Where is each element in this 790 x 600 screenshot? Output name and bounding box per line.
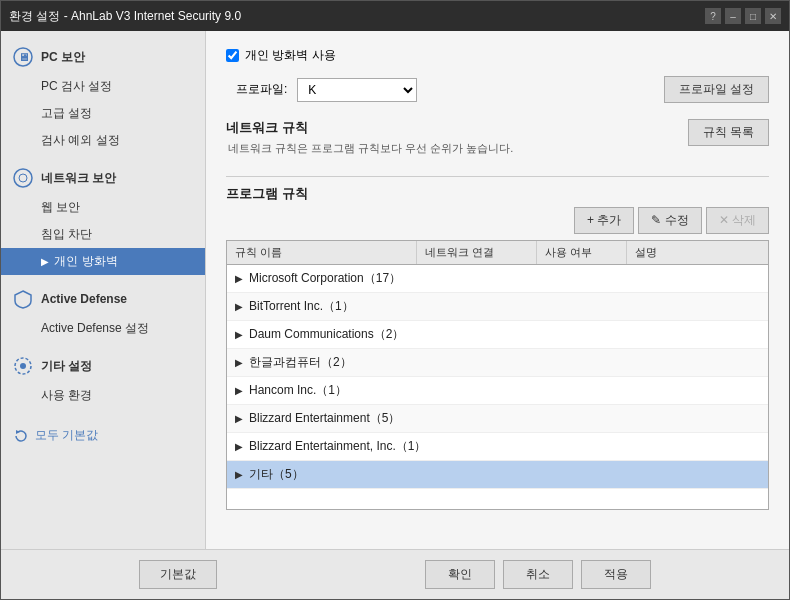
window-title: 환경 설정 - AhnLab V3 Internet Security 9.0 bbox=[9, 8, 705, 25]
sidebar-section-active-defense: Active Defense Active Defense 설정 bbox=[1, 283, 205, 342]
titlebar: 환경 설정 - AhnLab V3 Internet Security 9.0 … bbox=[1, 1, 789, 31]
sidebar-item-label: Active Defense 설정 bbox=[41, 321, 149, 335]
svg-point-3 bbox=[19, 174, 27, 182]
cell-network bbox=[597, 274, 685, 284]
program-rules-title: 프로그램 규칙 bbox=[226, 185, 769, 203]
table-row[interactable]: ▶ Blizzard Entertainment（5） bbox=[227, 405, 768, 433]
cell-network bbox=[597, 386, 685, 396]
cell-desc bbox=[752, 414, 768, 424]
sidebar-item-usage-env[interactable]: 사용 환경 bbox=[1, 382, 205, 409]
sidebar-item-label: 사용 환경 bbox=[41, 388, 92, 402]
table-row[interactable]: ▶ Hancom Inc.（1） bbox=[227, 377, 768, 405]
row-name-text: BitTorrent Inc.（1） bbox=[249, 298, 354, 315]
sidebar-group-other-settings: 기타 설정 bbox=[1, 350, 205, 382]
cell-desc bbox=[752, 302, 768, 312]
cell-use bbox=[685, 386, 752, 396]
row-name-text: Daum Communications（2） bbox=[249, 326, 404, 343]
sidebar-item-web-security[interactable]: 웹 보안 bbox=[1, 194, 205, 221]
network-rules-top: 네트워크 규칙 네트워크 규칙은 프로그램 규칙보다 우선 순위가 높습니다. … bbox=[226, 119, 769, 164]
sidebar-group-network-security: 네트워크 보안 bbox=[1, 162, 205, 194]
firewall-checkbox[interactable] bbox=[226, 49, 239, 62]
row-name-text: 기타（5） bbox=[249, 466, 304, 483]
cell-network bbox=[597, 330, 685, 340]
sidebar-item-label: PC 검사 설정 bbox=[41, 79, 112, 93]
sidebar-item-scan-exclude[interactable]: 검사 예외 설정 bbox=[1, 127, 205, 154]
sidebar-item-intrusion-block[interactable]: 침입 차단 bbox=[1, 221, 205, 248]
cell-desc bbox=[752, 330, 768, 340]
maximize-button[interactable]: □ bbox=[745, 8, 761, 24]
row-name-text: 한글과컴퓨터（2） bbox=[249, 354, 352, 371]
cell-name: ▶ Blizzard Entertainment（5） bbox=[227, 405, 597, 432]
apply-button[interactable]: 적용 bbox=[581, 560, 651, 589]
profile-select[interactable]: K bbox=[297, 78, 417, 102]
row-expand-icon: ▶ bbox=[235, 413, 243, 424]
add-button[interactable]: + 추가 bbox=[574, 207, 634, 234]
table-row[interactable]: ▶ BitTorrent Inc.（1） bbox=[227, 293, 768, 321]
default-button[interactable]: 기본값 bbox=[139, 560, 217, 589]
edit-button[interactable]: ✎ 수정 bbox=[638, 207, 701, 234]
sidebar-item-personal-firewall[interactable]: ▶ 개인 방화벽 bbox=[1, 248, 205, 275]
cell-name: ▶ Daum Communications（2） bbox=[227, 321, 597, 348]
delete-button[interactable]: ✕ 삭제 bbox=[706, 207, 769, 234]
sidebar-item-advanced[interactable]: 고급 설정 bbox=[1, 100, 205, 127]
other-settings-label: 기타 설정 bbox=[41, 358, 92, 375]
row-name-text: Hancom Inc.（1） bbox=[249, 382, 347, 399]
sidebar-section-network: 네트워크 보안 웹 보안 침입 차단 ▶ 개인 방화벽 bbox=[1, 162, 205, 275]
row-name-text: Blizzard Entertainment, Inc.（1） bbox=[249, 438, 426, 455]
network-rules-title: 네트워크 규칙 bbox=[226, 119, 513, 137]
sidebar-item-label: 개인 방화벽 bbox=[54, 254, 117, 268]
cell-use bbox=[685, 470, 752, 480]
row-expand-icon: ▶ bbox=[235, 441, 243, 452]
reset-all-button[interactable]: 모두 기본값 bbox=[1, 419, 205, 452]
cell-desc bbox=[752, 442, 768, 452]
active-defense-label: Active Defense bbox=[41, 292, 127, 306]
cell-use bbox=[685, 442, 752, 452]
help-button[interactable]: ? bbox=[705, 8, 721, 24]
reset-label: 모두 기본값 bbox=[35, 427, 98, 444]
active-defense-icon bbox=[13, 289, 33, 309]
sidebar: 🖥 PC 보안 PC 검사 설정 고급 설정 검사 예외 설정 bbox=[1, 31, 206, 549]
table-row[interactable]: ▶ Microsoft Corporation（17） bbox=[227, 265, 768, 293]
cell-name: ▶ BitTorrent Inc.（1） bbox=[227, 293, 597, 320]
cell-desc bbox=[752, 358, 768, 368]
table-row[interactable]: ▶ 한글과컴퓨터（2） bbox=[227, 349, 768, 377]
program-rules-table: 규칙 이름 네트워크 연결 사용 여부 설명 ▶ Microsoft Corpo… bbox=[226, 240, 769, 510]
row-expand-icon: ▶ bbox=[235, 357, 243, 368]
profile-row: 프로파일: K 프로파일 설정 bbox=[226, 76, 769, 103]
minimize-button[interactable]: – bbox=[725, 8, 741, 24]
row-name-text: Blizzard Entertainment（5） bbox=[249, 410, 400, 427]
program-rules-section: 프로그램 규칙 + 추가 ✎ 수정 ✕ 삭제 규칙 이름 네트워크 연결 사용 … bbox=[226, 185, 769, 510]
pc-security-icon: 🖥 bbox=[13, 47, 33, 67]
firewall-enable-row: 개인 방화벽 사용 bbox=[226, 47, 769, 64]
ok-button[interactable]: 확인 bbox=[425, 560, 495, 589]
table-row[interactable]: ▶ 기타（5） bbox=[227, 461, 768, 489]
sidebar-group-pc-security: 🖥 PC 보안 bbox=[1, 41, 205, 73]
rule-list-button[interactable]: 규칙 목록 bbox=[688, 119, 769, 146]
sidebar-item-pc-scan[interactable]: PC 검사 설정 bbox=[1, 73, 205, 100]
main-panel: 개인 방화벽 사용 프로파일: K 프로파일 설정 네트워크 규칙 네트워크 규… bbox=[206, 31, 789, 549]
network-security-icon bbox=[13, 168, 33, 188]
cell-desc bbox=[752, 274, 768, 284]
row-expand-icon: ▶ bbox=[235, 385, 243, 396]
close-button[interactable]: ✕ bbox=[765, 8, 781, 24]
table-row[interactable]: ▶ Blizzard Entertainment, Inc.（1） bbox=[227, 433, 768, 461]
cell-network bbox=[597, 470, 685, 480]
firewall-checkbox-label: 개인 방화벽 사용 bbox=[245, 47, 336, 64]
cell-desc bbox=[752, 470, 768, 480]
cell-name: ▶ 기타（5） bbox=[227, 461, 597, 488]
titlebar-buttons: ? – □ ✕ bbox=[705, 8, 781, 24]
active-arrow-icon: ▶ bbox=[41, 256, 49, 267]
reset-icon bbox=[13, 428, 29, 444]
cell-network bbox=[597, 414, 685, 424]
cancel-button[interactable]: 취소 bbox=[503, 560, 573, 589]
network-rules-section: 네트워크 규칙 네트워크 규칙은 프로그램 규칙보다 우선 순위가 높습니다. … bbox=[226, 119, 769, 164]
pc-security-label: PC 보안 bbox=[41, 49, 85, 66]
sidebar-item-label: 웹 보안 bbox=[41, 200, 80, 214]
sidebar-section-pc: 🖥 PC 보안 PC 검사 설정 고급 설정 검사 예외 설정 bbox=[1, 41, 205, 154]
cell-use bbox=[685, 414, 752, 424]
sidebar-item-active-defense-settings[interactable]: Active Defense 설정 bbox=[1, 315, 205, 342]
main-window: 환경 설정 - AhnLab V3 Internet Security 9.0 … bbox=[0, 0, 790, 600]
table-row[interactable]: ▶ Daum Communications（2） bbox=[227, 321, 768, 349]
sidebar-item-label: 검사 예외 설정 bbox=[41, 133, 120, 147]
profile-settings-button[interactable]: 프로파일 설정 bbox=[664, 76, 769, 103]
